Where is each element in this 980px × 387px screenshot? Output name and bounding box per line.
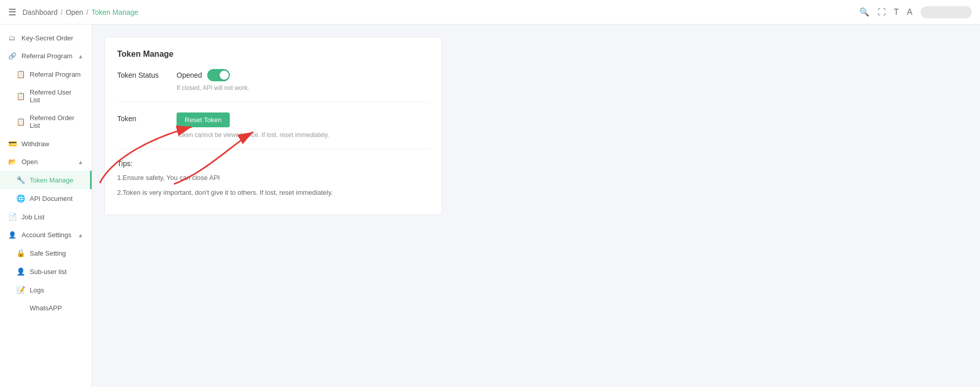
token-field-row: Token Reset Token Token cannot be viewed…: [117, 112, 429, 139]
sidebar-group-referral[interactable]: 🔗 Referral Program ▲: [0, 47, 92, 65]
layout: 🗂 Key-Secret Order 🔗 Referral Program ▲ …: [0, 25, 980, 387]
breadcrumb-open[interactable]: Open: [66, 8, 83, 16]
withdraw-icon: 💳: [8, 140, 16, 148]
token-status-section: Token Status Opened If closed, API will …: [117, 69, 429, 102]
sidebar-item-key-secret-order[interactable]: 🗂 Key-Secret Order: [0, 29, 92, 47]
sidebar-sub-referral: 📋 Referral Program 📋 Referred User List …: [0, 65, 92, 134]
sidebar-label-job-list: Job List: [21, 213, 45, 221]
api-doc-icon: 🌐: [16, 194, 25, 202]
token-status-hint: If closed, API will not work.: [177, 84, 429, 92]
sidebar-label-referral-program: Referral Program: [30, 71, 81, 78]
chevron-up-open-icon: ▲: [78, 159, 83, 165]
sidebar-sub-account: 🔒 Safe Setting 👤 Sub-user list 📝 Logs Wh…: [0, 244, 92, 317]
sidebar: 🗂 Key-Secret Order 🔗 Referral Program ▲ …: [0, 25, 92, 387]
sidebar-label-referred-user-list: Referred User List: [30, 88, 83, 104]
sidebar-label-referred-order-list: Referred Order List: [30, 114, 83, 129]
sidebar-label-withdraw: Withdraw: [21, 140, 49, 148]
font-icon[interactable]: T: [894, 8, 899, 17]
tip-1: 1.Ensure safety, You can close API: [117, 173, 429, 184]
search-icon[interactable]: 🔍: [859, 7, 869, 17]
breadcrumb-dashboard[interactable]: Dashboard: [23, 8, 58, 16]
token-status-toggle[interactable]: [207, 69, 230, 81]
sidebar-item-whatsapp[interactable]: WhatsAPP: [0, 299, 92, 317]
safe-setting-icon: 🔒: [16, 249, 25, 257]
token-content: Reset Token Token cannot be viewed twice…: [177, 112, 429, 139]
sidebar-label-token-manage: Token Manage: [30, 176, 73, 184]
breadcrumb: Dashboard / Open / Token Manage: [23, 8, 138, 16]
status-row: Opened: [177, 69, 429, 81]
sidebar-label-api-document: API Document: [30, 195, 73, 202]
chevron-up-account-icon: ▲: [78, 232, 83, 238]
account-settings-group-left: 👤 Account Settings: [8, 231, 72, 239]
sidebar-sub-open: 🔧 Token Manage 🌐 API Document: [0, 171, 92, 208]
sidebar-label-whatsapp: WhatsAPP: [30, 304, 62, 312]
breadcrumb-sep1: /: [61, 8, 63, 16]
token-status-value: Opened: [177, 71, 202, 79]
tip-2: 2.Token is very important, don't give it…: [117, 188, 429, 198]
job-list-icon: 📄: [8, 213, 16, 221]
sidebar-label-sub-user-list: Sub-user list: [30, 268, 67, 276]
tips-list: 1.Ensure safety, You can close API 2.Tok…: [117, 173, 429, 198]
sidebar-item-referral-program[interactable]: 📋 Referral Program: [0, 65, 92, 83]
hamburger-icon[interactable]: ☰: [8, 7, 16, 18]
main-wrapper: Token Manage Token Status Opened: [92, 25, 980, 387]
logs-icon: 📝: [16, 286, 25, 294]
sidebar-item-job-list[interactable]: 📄 Job List: [0, 208, 92, 226]
translate-icon[interactable]: A: [907, 8, 912, 17]
sidebar-item-sub-user-list[interactable]: 👤 Sub-user list: [0, 262, 92, 281]
sidebar-item-referred-user-list[interactable]: 📋 Referred User List: [0, 83, 92, 109]
sidebar-label-key-secret-order: Key-Secret Order: [21, 34, 73, 42]
sidebar-item-token-manage[interactable]: 🔧 Token Manage: [0, 171, 92, 189]
token-section: Token Reset Token Token cannot be viewed…: [117, 112, 429, 149]
referral-group-left: 🔗 Referral Program: [8, 52, 73, 60]
sidebar-group-open[interactable]: 📂 Open ▲: [0, 153, 92, 171]
sidebar-item-withdraw[interactable]: 💳 Withdraw: [0, 134, 92, 153]
referred-user-icon: 📋: [16, 92, 25, 100]
token-status-row: Token Status Opened If closed, API will …: [117, 69, 429, 92]
header-right: 🔍 ⛶ T A: [859, 6, 972, 18]
tips-title: Tips:: [117, 160, 429, 168]
sidebar-item-referred-order-list[interactable]: 📋 Referred Order List: [0, 109, 92, 134]
token-status-content: Opened If closed, API will not work.: [177, 69, 429, 92]
user-avatar: [921, 6, 972, 18]
sidebar-label-referral-group: Referral Program: [21, 52, 73, 60]
header: ☰ Dashboard / Open / Token Manage 🔍 ⛶ T …: [0, 0, 980, 25]
referral-sub-icon: 📋: [16, 70, 25, 78]
token-manage-icon: 🔧: [16, 176, 25, 184]
referred-order-icon: 📋: [16, 118, 25, 126]
key-secret-icon: 🗂: [8, 34, 16, 42]
breadcrumb-current: Token Manage: [92, 8, 139, 16]
chevron-up-icon: ▲: [78, 53, 83, 59]
referral-icon: 🔗: [8, 52, 16, 60]
toggle-slider: [207, 69, 230, 81]
sidebar-label-open-group: Open: [21, 158, 38, 166]
token-label: Token: [117, 112, 168, 123]
sidebar-item-api-document[interactable]: 🌐 API Document: [0, 189, 92, 208]
open-icon: 📂: [8, 158, 16, 166]
sidebar-group-account-settings[interactable]: 👤 Account Settings ▲: [0, 226, 92, 244]
breadcrumb-sep2: /: [86, 8, 89, 16]
token-status-label: Token Status: [117, 69, 168, 79]
sidebar-label-account-settings: Account Settings: [21, 231, 72, 239]
open-group-left: 📂 Open: [8, 158, 38, 166]
sub-user-icon: 👤: [16, 267, 25, 276]
tips-section: Tips: 1.Ensure safety, You can close API…: [117, 160, 429, 198]
account-settings-icon: 👤: [8, 231, 16, 239]
header-left: ☰ Dashboard / Open / Token Manage: [8, 7, 138, 18]
reset-token-button[interactable]: Reset Token: [177, 112, 230, 127]
sidebar-label-safe-setting: Safe Setting: [30, 249, 66, 257]
sidebar-label-logs: Logs: [30, 286, 44, 294]
sidebar-item-safe-setting[interactable]: 🔒 Safe Setting: [0, 244, 92, 262]
main-content: Token Manage Token Status Opened: [92, 25, 980, 227]
sidebar-item-logs[interactable]: 📝 Logs: [0, 281, 92, 299]
token-hint: Token cannot be viewed twice. If lost, r…: [177, 131, 429, 139]
card-title: Token Manage: [117, 50, 429, 59]
token-manage-card: Token Manage Token Status Opened: [104, 37, 442, 215]
fullscreen-icon[interactable]: ⛶: [878, 8, 886, 17]
